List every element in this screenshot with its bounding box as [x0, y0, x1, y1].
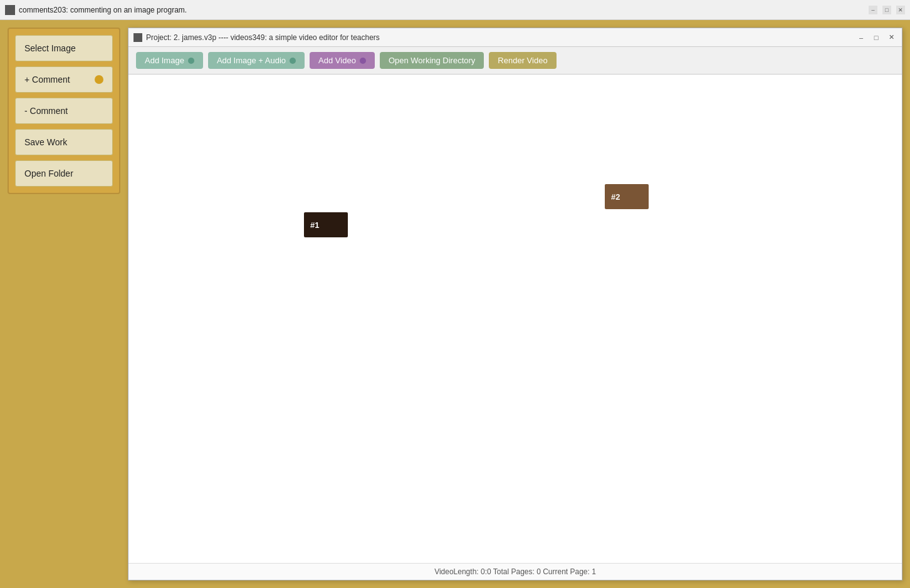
status-bar: VideoLength: 0:0 Total Pages: 0 Current …: [128, 563, 902, 580]
sidebar-btn-save-work[interactable]: Save Work: [15, 129, 113, 155]
toolbar-btn-add-image[interactable]: Add Image: [136, 52, 203, 69]
toolbar-btn-add-image-audio[interactable]: Add Image + Audio: [208, 52, 305, 69]
toolbar-btn-open-working-dir[interactable]: Open Working Directory: [380, 52, 484, 69]
sidebar-btn-label-select-image: Select Image: [24, 43, 76, 53]
toolbar-btn-render-video[interactable]: Render Video: [489, 52, 556, 69]
sidebar-btn-select-image[interactable]: Select Image: [15, 35, 113, 61]
sidebar-btn-remove-comment[interactable]: - Comment: [15, 98, 113, 124]
toolbar-btn-add-video[interactable]: Add Video: [310, 52, 375, 69]
inner-toolbar: Add ImageAdd Image + AudioAdd VideoOpen …: [128, 47, 902, 75]
inner-window: Project: 2. james.v3p ---- videos349: a …: [128, 28, 902, 580]
sidebar-btn-label-open-folder: Open Folder: [24, 168, 73, 178]
outer-minimize-button[interactable]: –: [869, 6, 877, 14]
toolbar-label-add-image: Add Image: [145, 56, 184, 65]
inner-title: Project: 2. james.v3p ---- videos349: a …: [146, 33, 855, 42]
inner-app-icon: [133, 33, 142, 42]
toolbar-dot-add-video: [360, 58, 366, 64]
toolbar-dot-add-image-audio: [290, 58, 296, 64]
toolbar-label-add-video: Add Video: [318, 56, 356, 65]
outer-title: comments203: commenting on an image prog…: [19, 6, 869, 14]
toolbar-label-open-working-dir: Open Working Directory: [389, 56, 475, 65]
inner-close-button[interactable]: ✕: [886, 32, 897, 43]
comment-box-comment2[interactable]: #2: [605, 184, 649, 209]
canvas-area: #1#2: [128, 75, 902, 563]
status-text: VideoLength: 0:0 Total Pages: 0 Current …: [434, 567, 596, 576]
inner-win-controls: – □ ✕: [855, 32, 897, 43]
toolbar-label-render-video: Render Video: [498, 56, 547, 65]
toolbar-label-add-image-audio: Add Image + Audio: [217, 56, 286, 65]
sidebar-btn-label-add-comment: + Comment: [24, 75, 70, 85]
comment-label-comment2: #2: [611, 192, 620, 202]
sidebar-btn-label-save-work: Save Work: [24, 137, 67, 147]
inner-minimize-button[interactable]: –: [855, 32, 867, 43]
app-icon: [5, 5, 15, 15]
outer-content: Select Image+ Comment- CommentSave WorkO…: [0, 20, 910, 588]
inner-maximize-button[interactable]: □: [871, 32, 882, 43]
sidebar-btn-label-remove-comment: - Comment: [24, 106, 68, 116]
comment-box-comment1[interactable]: #1: [304, 212, 348, 237]
inner-titlebar: Project: 2. james.v3p ---- videos349: a …: [128, 28, 902, 47]
outer-maximize-button[interactable]: □: [882, 6, 891, 14]
outer-window: comments203: commenting on an image prog…: [0, 0, 910, 588]
sidebar: Select Image+ Comment- CommentSave WorkO…: [8, 28, 120, 194]
outer-win-controls: – □ ✕: [869, 6, 905, 14]
toolbar-dot-add-image: [188, 58, 194, 64]
sidebar-dot-add-comment: [95, 75, 103, 84]
sidebar-btn-add-comment[interactable]: + Comment: [15, 66, 113, 93]
sidebar-btn-open-folder[interactable]: Open Folder: [15, 160, 113, 187]
outer-titlebar: comments203: commenting on an image prog…: [0, 0, 910, 20]
comment-label-comment1: #1: [310, 220, 319, 230]
outer-close-button[interactable]: ✕: [896, 6, 905, 14]
